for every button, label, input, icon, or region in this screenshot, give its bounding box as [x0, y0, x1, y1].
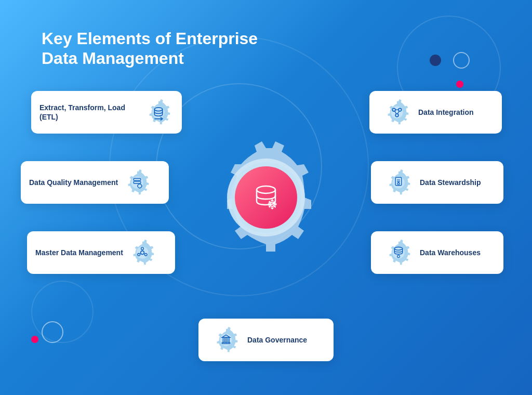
card-governance: Data Governance [198, 319, 334, 361]
card-stewardship: Data Stewardship [371, 161, 503, 204]
card-warehouses-label: Data Warehouses [420, 248, 481, 257]
etl-gear-icon [143, 97, 174, 127]
dot-pink-top [456, 81, 463, 88]
card-etl: Extract, Transform, Load (ETL) [31, 91, 182, 134]
center-gear [198, 130, 334, 265]
svg-point-2 [257, 186, 275, 193]
dot-outline-top [453, 52, 470, 69]
center-icon [235, 166, 297, 229]
card-stewardship-label: Data Stewardship [420, 178, 481, 187]
card-quality: Data Quality Management [21, 161, 169, 204]
dot-outline-bottom [42, 321, 63, 343]
dot-blue [430, 55, 441, 66]
decorative-circle-4 [31, 281, 94, 343]
master-gear-icon [127, 238, 157, 268]
governance-gear-icon [211, 325, 241, 355]
page-title: Key Elements of Enterprise Data Manageme… [42, 29, 258, 69]
warehouses-gear-icon [383, 238, 414, 268]
card-integration-label: Data Integration [418, 108, 474, 117]
quality-gear-icon [122, 167, 152, 198]
card-master: Master Data Management [27, 231, 175, 274]
card-integration: Data Integration [369, 91, 502, 134]
dot-pink-bottom [31, 336, 38, 343]
card-warehouses: Data Warehouses [371, 231, 503, 274]
svg-point-18 [392, 176, 404, 188]
stewardship-gear-icon [383, 167, 414, 198]
integration-gear-icon [382, 97, 412, 127]
svg-point-23 [136, 246, 148, 258]
card-quality-label: Data Quality Management [29, 178, 118, 187]
card-etl-label: Extract, Transform, Load (ETL) [39, 103, 134, 122]
svg-point-34 [220, 334, 232, 346]
card-governance-label: Data Governance [247, 335, 307, 345]
card-master-label: Master Data Management [35, 248, 123, 257]
